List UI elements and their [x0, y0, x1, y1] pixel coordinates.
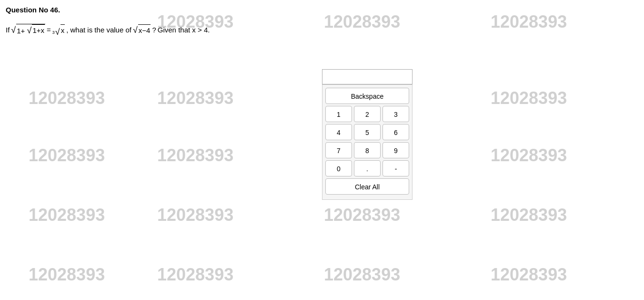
btn-1[interactable]: 1 — [325, 106, 352, 122]
backspace-button[interactable]: Backspace — [325, 88, 409, 104]
watermark-7: 12028393 — [29, 145, 105, 166]
watermark-11: 12028393 — [157, 205, 233, 225]
watermark-5: 12028393 — [157, 88, 233, 108]
watermark-16: 12028393 — [324, 265, 400, 285]
equals-sign: = — [47, 24, 51, 36]
btn-dot[interactable]: . — [354, 160, 381, 176]
btn-2[interactable]: 2 — [354, 106, 381, 122]
question-mark: ? — [152, 24, 156, 36]
watermark-8: 12028393 — [157, 145, 233, 166]
row-2: 4 5 6 — [325, 124, 409, 140]
watermark-13: 12028393 — [491, 205, 567, 225]
btn-3[interactable]: 3 — [382, 106, 409, 122]
if-prefix: If — [6, 24, 10, 36]
watermark-14: 12028393 — [29, 265, 105, 285]
btn-4[interactable]: 4 — [325, 124, 352, 140]
calculator-container: Backspace 1 2 3 4 5 6 7 8 9 0 . - Clear … — [322, 69, 413, 200]
watermark-3: 12028393 — [491, 12, 567, 32]
row-4: 0 . - — [325, 160, 409, 176]
watermark-6: 12028393 — [491, 88, 567, 108]
question-header: Question No 46. — [6, 6, 60, 14]
value-sqrt: √ x−4 — [133, 24, 151, 36]
watermark-4: 12028393 — [29, 88, 105, 108]
comma-text: , what is the value of — [66, 24, 131, 36]
calc-pad: Backspace 1 2 3 4 5 6 7 8 9 0 . - Clear … — [322, 84, 413, 200]
inner-sqrt: √ 1+x — [27, 24, 45, 36]
outer-sqrt: √ 1+ √ 1+x — [11, 24, 45, 37]
btn-9[interactable]: 9 — [382, 142, 409, 158]
watermark-17: 12028393 — [491, 265, 567, 285]
question-text-line: If √ 1+ √ 1+x = 3 √ x , what is the valu… — [6, 24, 210, 37]
watermark-2: 12028393 — [324, 12, 400, 32]
clear-all-button[interactable]: Clear All — [325, 178, 409, 195]
watermark-10: 12028393 — [29, 205, 105, 225]
btn-6[interactable]: 6 — [382, 124, 409, 140]
given-text: Given that x > 4. — [158, 24, 210, 36]
watermark-9: 12028393 — [491, 145, 567, 166]
clear-row: Clear All — [325, 178, 409, 195]
question-text: If √ 1+ √ 1+x = 3 √ x , what is the valu… — [6, 24, 210, 37]
row-1: 1 2 3 — [325, 106, 409, 122]
answer-input[interactable] — [322, 69, 413, 84]
watermark-12: 12028393 — [324, 205, 400, 225]
btn-7[interactable]: 7 — [325, 142, 352, 158]
btn-8[interactable]: 8 — [354, 142, 381, 158]
question-label: Question No 46. — [6, 6, 60, 14]
cbrt: 3 √ x — [52, 24, 65, 36]
btn-0[interactable]: 0 — [325, 160, 352, 176]
btn-minus[interactable]: - — [382, 160, 409, 176]
btn-5[interactable]: 5 — [354, 124, 381, 140]
row-3: 7 8 9 — [325, 142, 409, 158]
watermark-15: 12028393 — [157, 265, 233, 285]
backspace-row: Backspace — [325, 88, 409, 104]
